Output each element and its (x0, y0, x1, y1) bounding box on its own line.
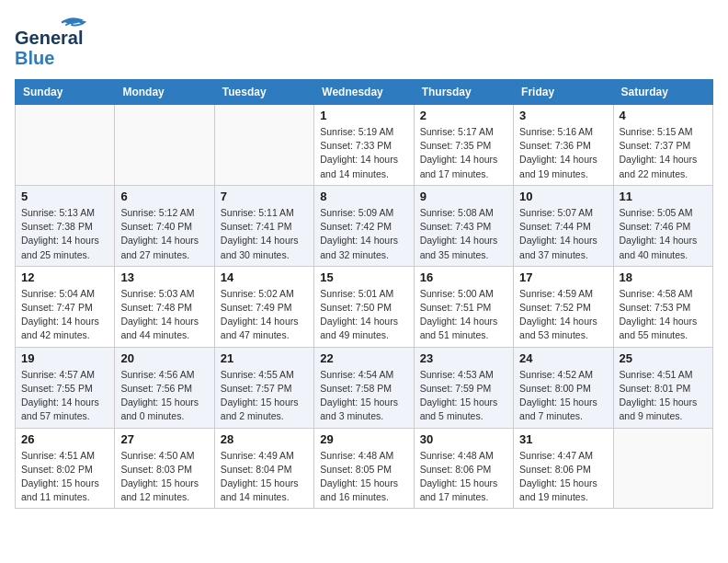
calendar-cell: 29Sunrise: 4:48 AM Sunset: 8:05 PM Dayli… (314, 428, 414, 509)
calendar-week-row: 19Sunrise: 4:57 AM Sunset: 7:55 PM Dayli… (16, 347, 713, 428)
day-info: Sunrise: 5:19 AM Sunset: 7:33 PM Dayligh… (320, 125, 407, 181)
weekday-header: Saturday (613, 80, 712, 105)
weekday-header: Thursday (414, 80, 513, 105)
calendar-week-row: 5Sunrise: 5:13 AM Sunset: 7:38 PM Daylig… (16, 185, 713, 266)
calendar-cell: 4Sunrise: 5:15 AM Sunset: 7:37 PM Daylig… (613, 105, 712, 186)
day-info: Sunrise: 5:07 AM Sunset: 7:44 PM Dayligh… (519, 206, 607, 262)
calendar-cell: 10Sunrise: 5:07 AM Sunset: 7:44 PM Dayli… (514, 185, 613, 266)
day-info: Sunrise: 5:03 AM Sunset: 7:48 PM Dayligh… (120, 287, 208, 343)
day-info: Sunrise: 4:57 AM Sunset: 7:55 PM Dayligh… (21, 368, 108, 424)
day-number: 27 (120, 432, 208, 446)
day-info: Sunrise: 4:50 AM Sunset: 8:03 PM Dayligh… (120, 449, 208, 505)
logo-general: General (15, 28, 83, 48)
day-info: Sunrise: 4:49 AM Sunset: 8:04 PM Dayligh… (221, 449, 308, 505)
day-info: Sunrise: 5:13 AM Sunset: 7:38 PM Dayligh… (21, 206, 108, 262)
day-info: Sunrise: 4:48 AM Sunset: 8:05 PM Dayligh… (320, 449, 407, 505)
day-number: 30 (420, 432, 507, 446)
day-number: 4 (620, 109, 707, 122)
calendar-table: SundayMondayTuesdayWednesdayThursdayFrid… (15, 79, 713, 509)
weekday-header: Sunday (16, 80, 115, 105)
day-number: 20 (120, 351, 208, 365)
calendar-week-row: 12Sunrise: 5:04 AM Sunset: 7:47 PM Dayli… (16, 266, 713, 347)
calendar-cell: 14Sunrise: 5:02 AM Sunset: 7:49 PM Dayli… (214, 266, 313, 347)
day-number: 2 (420, 109, 507, 122)
day-info: Sunrise: 5:04 AM Sunset: 7:47 PM Dayligh… (21, 287, 108, 343)
day-number: 14 (221, 270, 308, 284)
day-number: 18 (620, 270, 707, 284)
calendar-cell: 18Sunrise: 4:58 AM Sunset: 7:53 PM Dayli… (613, 266, 712, 347)
logo-blue: Blue (15, 48, 54, 68)
day-number: 6 (120, 190, 208, 203)
day-number: 1 (320, 109, 407, 122)
day-number: 11 (620, 190, 707, 203)
day-info: Sunrise: 4:51 AM Sunset: 8:01 PM Dayligh… (620, 368, 707, 424)
calendar-week-row: 1Sunrise: 5:19 AM Sunset: 7:33 PM Daylig… (16, 105, 713, 186)
day-info: Sunrise: 4:52 AM Sunset: 8:00 PM Dayligh… (519, 368, 607, 424)
calendar-cell: 26Sunrise: 4:51 AM Sunset: 8:02 PM Dayli… (16, 428, 115, 509)
day-number: 31 (519, 432, 607, 446)
calendar-cell (115, 105, 214, 186)
weekday-header: Tuesday (214, 80, 313, 105)
calendar-cell: 1Sunrise: 5:19 AM Sunset: 7:33 PM Daylig… (314, 105, 414, 186)
calendar-cell (16, 105, 115, 186)
calendar-cell: 21Sunrise: 4:55 AM Sunset: 7:57 PM Dayli… (214, 347, 313, 428)
calendar-cell: 17Sunrise: 4:59 AM Sunset: 7:52 PM Dayli… (514, 266, 613, 347)
day-number: 25 (620, 351, 707, 365)
weekday-header: Wednesday (314, 80, 414, 105)
day-info: Sunrise: 4:56 AM Sunset: 7:56 PM Dayligh… (120, 368, 208, 424)
day-info: Sunrise: 5:15 AM Sunset: 7:37 PM Dayligh… (620, 125, 707, 181)
day-number: 16 (420, 270, 507, 284)
day-number: 5 (21, 190, 108, 203)
day-number: 17 (519, 270, 607, 284)
day-number: 13 (120, 270, 208, 284)
calendar-cell (214, 105, 313, 186)
day-number: 29 (320, 432, 407, 446)
page-header: General Blue (15, 15, 713, 68)
logo: General Blue (15, 15, 88, 68)
calendar-cell: 8Sunrise: 5:09 AM Sunset: 7:42 PM Daylig… (314, 185, 414, 266)
calendar-week-row: 26Sunrise: 4:51 AM Sunset: 8:02 PM Dayli… (16, 428, 713, 509)
calendar-cell: 11Sunrise: 5:05 AM Sunset: 7:46 PM Dayli… (613, 185, 712, 266)
day-number: 7 (221, 190, 308, 203)
day-number: 24 (519, 351, 607, 365)
day-number: 12 (21, 270, 108, 284)
calendar-cell: 6Sunrise: 5:12 AM Sunset: 7:40 PM Daylig… (115, 185, 214, 266)
day-info: Sunrise: 4:54 AM Sunset: 7:58 PM Dayligh… (320, 368, 407, 424)
calendar-cell: 25Sunrise: 4:51 AM Sunset: 8:01 PM Dayli… (613, 347, 712, 428)
calendar-cell: 28Sunrise: 4:49 AM Sunset: 8:04 PM Dayli… (214, 428, 313, 509)
calendar-cell (613, 428, 712, 509)
calendar-cell: 13Sunrise: 5:03 AM Sunset: 7:48 PM Dayli… (115, 266, 214, 347)
day-number: 22 (320, 351, 407, 365)
day-info: Sunrise: 5:16 AM Sunset: 7:36 PM Dayligh… (519, 125, 607, 181)
calendar-cell: 19Sunrise: 4:57 AM Sunset: 7:55 PM Dayli… (16, 347, 115, 428)
day-info: Sunrise: 5:01 AM Sunset: 7:50 PM Dayligh… (320, 287, 407, 343)
day-number: 9 (420, 190, 507, 203)
calendar-cell: 12Sunrise: 5:04 AM Sunset: 7:47 PM Dayli… (16, 266, 115, 347)
calendar-cell: 27Sunrise: 4:50 AM Sunset: 8:03 PM Dayli… (115, 428, 214, 509)
calendar-cell: 23Sunrise: 4:53 AM Sunset: 7:59 PM Dayli… (414, 347, 513, 428)
weekday-header: Friday (514, 80, 613, 105)
day-number: 19 (21, 351, 108, 365)
day-number: 3 (519, 109, 607, 122)
day-number: 10 (519, 190, 607, 203)
day-number: 8 (320, 190, 407, 203)
day-number: 23 (420, 351, 507, 365)
day-info: Sunrise: 5:08 AM Sunset: 7:43 PM Dayligh… (420, 206, 507, 262)
day-info: Sunrise: 5:12 AM Sunset: 7:40 PM Dayligh… (120, 206, 208, 262)
calendar-cell: 24Sunrise: 4:52 AM Sunset: 8:00 PM Dayli… (514, 347, 613, 428)
day-info: Sunrise: 5:11 AM Sunset: 7:41 PM Dayligh… (221, 206, 308, 262)
day-info: Sunrise: 5:09 AM Sunset: 7:42 PM Dayligh… (320, 206, 407, 262)
day-info: Sunrise: 4:53 AM Sunset: 7:59 PM Dayligh… (420, 368, 507, 424)
day-info: Sunrise: 5:05 AM Sunset: 7:46 PM Dayligh… (620, 206, 707, 262)
calendar-cell: 30Sunrise: 4:48 AM Sunset: 8:06 PM Dayli… (414, 428, 513, 509)
day-number: 15 (320, 270, 407, 284)
calendar-cell: 15Sunrise: 5:01 AM Sunset: 7:50 PM Dayli… (314, 266, 414, 347)
calendar-cell: 31Sunrise: 4:47 AM Sunset: 8:06 PM Dayli… (514, 428, 613, 509)
calendar-cell: 5Sunrise: 5:13 AM Sunset: 7:38 PM Daylig… (16, 185, 115, 266)
day-number: 26 (21, 432, 108, 446)
calendar-cell: 20Sunrise: 4:56 AM Sunset: 7:56 PM Dayli… (115, 347, 214, 428)
day-info: Sunrise: 4:48 AM Sunset: 8:06 PM Dayligh… (420, 449, 507, 505)
day-info: Sunrise: 4:47 AM Sunset: 8:06 PM Dayligh… (519, 449, 607, 505)
day-number: 21 (221, 351, 308, 365)
day-info: Sunrise: 4:59 AM Sunset: 7:52 PM Dayligh… (519, 287, 607, 343)
